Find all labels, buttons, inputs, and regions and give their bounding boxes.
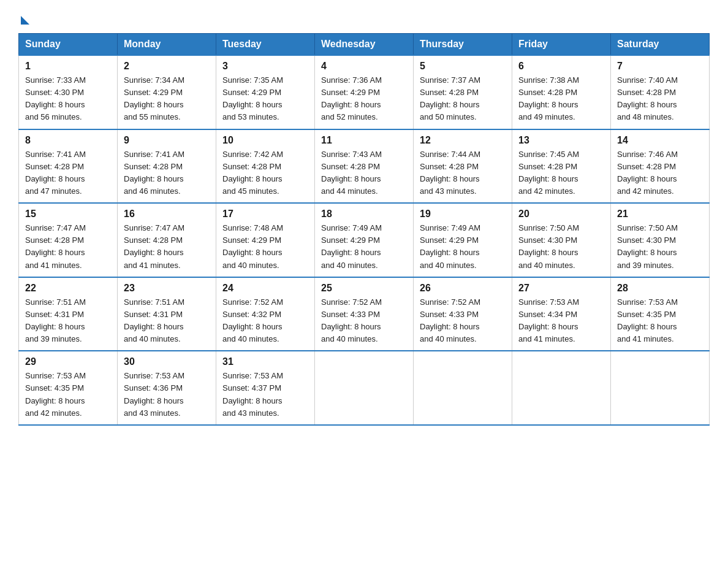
calendar-week-row: 15Sunrise: 7:47 AMSunset: 4:28 PMDayligh… bbox=[19, 203, 710, 277]
day-info: Sunrise: 7:33 AMSunset: 4:30 PMDaylight:… bbox=[25, 74, 111, 124]
logo bbox=[18, 12, 29, 22]
day-info: Sunrise: 7:53 AMSunset: 4:34 PMDaylight:… bbox=[518, 296, 604, 346]
day-number: 9 bbox=[124, 135, 210, 146]
day-info: Sunrise: 7:42 AMSunset: 4:28 PMDaylight:… bbox=[222, 148, 308, 198]
day-number: 17 bbox=[222, 209, 308, 220]
day-info: Sunrise: 7:46 AMSunset: 4:28 PMDaylight:… bbox=[617, 148, 703, 198]
calendar-cell: 12Sunrise: 7:44 AMSunset: 4:28 PMDayligh… bbox=[414, 129, 512, 204]
calendar-cell: 25Sunrise: 7:52 AMSunset: 4:33 PMDayligh… bbox=[315, 277, 414, 351]
calendar-cell: 22Sunrise: 7:51 AMSunset: 4:31 PMDayligh… bbox=[19, 277, 118, 351]
day-info: Sunrise: 7:51 AMSunset: 4:31 PMDaylight:… bbox=[25, 296, 111, 346]
calendar-cell: 27Sunrise: 7:53 AMSunset: 4:34 PMDayligh… bbox=[512, 277, 611, 351]
calendar-cell: 23Sunrise: 7:51 AMSunset: 4:31 PMDayligh… bbox=[118, 277, 216, 351]
day-info: Sunrise: 7:52 AMSunset: 4:33 PMDaylight:… bbox=[420, 296, 506, 346]
calendar-cell: 11Sunrise: 7:43 AMSunset: 4:28 PMDayligh… bbox=[315, 129, 414, 204]
day-info: Sunrise: 7:50 AMSunset: 4:30 PMDaylight:… bbox=[518, 222, 604, 272]
calendar-cell: 21Sunrise: 7:50 AMSunset: 4:30 PMDayligh… bbox=[611, 203, 710, 277]
calendar-cell: 2Sunrise: 7:34 AMSunset: 4:29 PMDaylight… bbox=[118, 55, 216, 129]
day-info: Sunrise: 7:41 AMSunset: 4:28 PMDaylight:… bbox=[124, 148, 210, 198]
day-info: Sunrise: 7:45 AMSunset: 4:28 PMDaylight:… bbox=[518, 148, 604, 198]
day-number: 3 bbox=[222, 61, 308, 72]
calendar-cell bbox=[414, 351, 512, 425]
calendar-cell: 1Sunrise: 7:33 AMSunset: 4:30 PMDaylight… bbox=[19, 55, 118, 129]
day-number: 5 bbox=[420, 61, 506, 72]
day-number: 30 bbox=[124, 356, 210, 367]
day-info: Sunrise: 7:49 AMSunset: 4:29 PMDaylight:… bbox=[420, 222, 506, 272]
calendar-cell: 7Sunrise: 7:40 AMSunset: 4:28 PMDaylight… bbox=[611, 55, 710, 129]
day-number: 22 bbox=[25, 283, 111, 294]
day-number: 2 bbox=[124, 61, 210, 72]
day-number: 4 bbox=[321, 61, 407, 72]
day-info: Sunrise: 7:44 AMSunset: 4:28 PMDaylight:… bbox=[420, 148, 506, 198]
day-info: Sunrise: 7:53 AMSunset: 4:35 PMDaylight:… bbox=[25, 370, 111, 419]
calendar-cell: 5Sunrise: 7:37 AMSunset: 4:28 PMDaylight… bbox=[414, 55, 512, 129]
calendar-cell: 16Sunrise: 7:47 AMSunset: 4:28 PMDayligh… bbox=[118, 203, 216, 277]
calendar-cell: 28Sunrise: 7:53 AMSunset: 4:35 PMDayligh… bbox=[611, 277, 710, 351]
calendar-week-row: 8Sunrise: 7:41 AMSunset: 4:28 PMDaylight… bbox=[19, 129, 710, 204]
calendar-cell: 13Sunrise: 7:45 AMSunset: 4:28 PMDayligh… bbox=[512, 129, 611, 204]
page-header bbox=[18, 12, 710, 22]
day-info: Sunrise: 7:38 AMSunset: 4:28 PMDaylight:… bbox=[518, 74, 604, 124]
day-info: Sunrise: 7:40 AMSunset: 4:28 PMDaylight:… bbox=[617, 74, 703, 124]
day-number: 23 bbox=[124, 283, 210, 294]
day-number: 25 bbox=[321, 283, 407, 294]
day-number: 19 bbox=[420, 209, 506, 220]
calendar-cell bbox=[512, 351, 611, 425]
day-info: Sunrise: 7:41 AMSunset: 4:28 PMDaylight:… bbox=[25, 148, 111, 198]
day-number: 16 bbox=[124, 209, 210, 220]
day-info: Sunrise: 7:37 AMSunset: 4:28 PMDaylight:… bbox=[420, 74, 506, 124]
calendar-cell: 6Sunrise: 7:38 AMSunset: 4:28 PMDaylight… bbox=[512, 55, 611, 129]
day-number: 6 bbox=[518, 61, 604, 72]
calendar-cell: 15Sunrise: 7:47 AMSunset: 4:28 PMDayligh… bbox=[19, 203, 118, 277]
day-info: Sunrise: 7:34 AMSunset: 4:29 PMDaylight:… bbox=[124, 74, 210, 124]
day-header-tuesday: Tuesday bbox=[216, 34, 315, 56]
day-number: 20 bbox=[518, 209, 604, 220]
day-number: 18 bbox=[321, 209, 407, 220]
calendar-cell: 3Sunrise: 7:35 AMSunset: 4:29 PMDaylight… bbox=[216, 55, 315, 129]
day-header-wednesday: Wednesday bbox=[315, 34, 414, 56]
day-number: 29 bbox=[25, 356, 111, 367]
calendar-cell: 24Sunrise: 7:52 AMSunset: 4:32 PMDayligh… bbox=[216, 277, 315, 351]
day-number: 26 bbox=[420, 283, 506, 294]
day-number: 21 bbox=[617, 209, 703, 220]
day-number: 28 bbox=[617, 283, 703, 294]
day-header-saturday: Saturday bbox=[611, 34, 710, 56]
day-number: 10 bbox=[222, 135, 308, 146]
day-info: Sunrise: 7:52 AMSunset: 4:33 PMDaylight:… bbox=[321, 296, 407, 346]
day-number: 7 bbox=[617, 61, 703, 72]
logo-arrow-icon bbox=[21, 16, 29, 25]
calendar-cell bbox=[315, 351, 414, 425]
calendar-cell: 8Sunrise: 7:41 AMSunset: 4:28 PMDaylight… bbox=[19, 129, 118, 204]
day-info: Sunrise: 7:53 AMSunset: 4:37 PMDaylight:… bbox=[222, 370, 308, 419]
calendar-cell: 14Sunrise: 7:46 AMSunset: 4:28 PMDayligh… bbox=[611, 129, 710, 204]
calendar-table: SundayMondayTuesdayWednesdayThursdayFrid… bbox=[18, 33, 710, 426]
calendar-cell: 17Sunrise: 7:48 AMSunset: 4:29 PMDayligh… bbox=[216, 203, 315, 277]
calendar-week-row: 1Sunrise: 7:33 AMSunset: 4:30 PMDaylight… bbox=[19, 55, 710, 129]
day-info: Sunrise: 7:49 AMSunset: 4:29 PMDaylight:… bbox=[321, 222, 407, 272]
day-number: 27 bbox=[518, 283, 604, 294]
day-info: Sunrise: 7:53 AMSunset: 4:35 PMDaylight:… bbox=[617, 296, 703, 346]
day-info: Sunrise: 7:50 AMSunset: 4:30 PMDaylight:… bbox=[617, 222, 703, 272]
day-info: Sunrise: 7:35 AMSunset: 4:29 PMDaylight:… bbox=[222, 74, 308, 124]
calendar-cell: 29Sunrise: 7:53 AMSunset: 4:35 PMDayligh… bbox=[19, 351, 118, 425]
calendar-cell: 31Sunrise: 7:53 AMSunset: 4:37 PMDayligh… bbox=[216, 351, 315, 425]
day-info: Sunrise: 7:52 AMSunset: 4:32 PMDaylight:… bbox=[222, 296, 308, 346]
calendar-cell: 19Sunrise: 7:49 AMSunset: 4:29 PMDayligh… bbox=[414, 203, 512, 277]
day-number: 15 bbox=[25, 209, 111, 220]
day-number: 12 bbox=[420, 135, 506, 146]
day-number: 24 bbox=[222, 283, 308, 294]
calendar-week-row: 22Sunrise: 7:51 AMSunset: 4:31 PMDayligh… bbox=[19, 277, 710, 351]
calendar-cell: 10Sunrise: 7:42 AMSunset: 4:28 PMDayligh… bbox=[216, 129, 315, 204]
calendar-cell: 30Sunrise: 7:53 AMSunset: 4:36 PMDayligh… bbox=[118, 351, 216, 425]
calendar-week-row: 29Sunrise: 7:53 AMSunset: 4:35 PMDayligh… bbox=[19, 351, 710, 425]
day-number: 14 bbox=[617, 135, 703, 146]
calendar-header-row: SundayMondayTuesdayWednesdayThursdayFrid… bbox=[19, 34, 710, 56]
day-info: Sunrise: 7:47 AMSunset: 4:28 PMDaylight:… bbox=[124, 222, 210, 272]
calendar-cell bbox=[611, 351, 710, 425]
day-number: 11 bbox=[321, 135, 407, 146]
day-number: 31 bbox=[222, 356, 308, 367]
calendar-cell: 9Sunrise: 7:41 AMSunset: 4:28 PMDaylight… bbox=[118, 129, 216, 204]
day-info: Sunrise: 7:53 AMSunset: 4:36 PMDaylight:… bbox=[124, 370, 210, 419]
day-number: 8 bbox=[25, 135, 111, 146]
day-info: Sunrise: 7:51 AMSunset: 4:31 PMDaylight:… bbox=[124, 296, 210, 346]
